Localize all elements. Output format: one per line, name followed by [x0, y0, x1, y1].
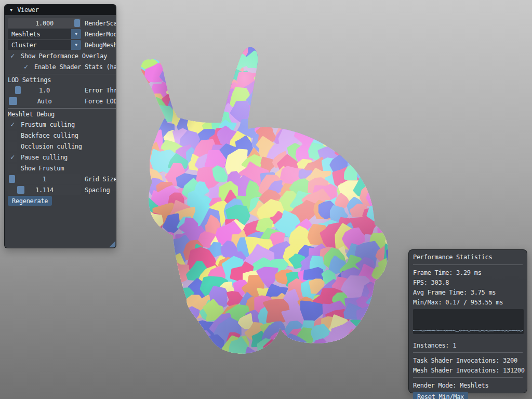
occlusion-culling-checkbox[interactable]: ✓ [8, 142, 17, 151]
frustum-culling-checkbox[interactable]: ✓ [8, 120, 17, 129]
show-frustum-checkbox[interactable]: ✓ [8, 164, 17, 173]
regenerate-button[interactable]: Regenerate [8, 196, 52, 206]
debug-mesh-value: Cluster [11, 42, 36, 49]
enable-shader-stats-row: ✓ Enable Shader Stats (ha [21, 62, 113, 72]
debug-mesh-combo-button[interactable]: ▼ [71, 40, 81, 50]
check-icon: ✓ [10, 52, 15, 59]
show-performance-overlay-checkbox[interactable]: ✓ [8, 51, 17, 61]
frame-time-graph [413, 309, 524, 334]
viewer-window-title: Viewer [17, 6, 39, 14]
backface-culling-label[interactable]: Backface culling [21, 132, 78, 139]
fps-text: FPS: 303.8 [413, 277, 523, 287]
error-threshold-slider[interactable]: 1.0 [8, 85, 81, 95]
render-scale-row: 1.000 RenderSca [8, 18, 113, 28]
force-lod-value: Auto [37, 98, 52, 105]
regenerate-row: Regenerate [8, 196, 113, 206]
enable-shader-stats-checkbox[interactable]: ✓ [21, 62, 31, 72]
error-threshold-value: 1.0 [39, 87, 50, 94]
check-icon: ✓ [24, 63, 28, 70]
enable-shader-stats-label[interactable]: Enable Shader Stats (ha [34, 63, 116, 71]
resize-grip[interactable] [109, 241, 115, 247]
chevron-down-icon: ▼ [75, 43, 77, 47]
task-shader-invocations-text: Task Shader Invocations: 3200 [413, 355, 523, 365]
grid-size-row: 1 Grid Size [8, 174, 113, 184]
error-threshold-row: 1.0 Error Thr [8, 85, 113, 95]
separator [413, 377, 523, 378]
performance-statistics-title: Performance Statistics [413, 254, 523, 262]
pause-culling-label[interactable]: Pause culling [21, 154, 68, 161]
pause-culling-checkbox[interactable]: ✓ [8, 153, 17, 162]
render-mode-label: RenderMod [85, 31, 116, 38]
reset-min-max-button[interactable]: Reset Min/Max [413, 392, 468, 399]
force-lod-slider[interactable]: Auto [8, 96, 81, 106]
viewer-titlebar[interactable]: ▼ Viewer [5, 5, 116, 15]
error-threshold-label: Error Thr [85, 87, 116, 94]
render-mode-value: Meshlets [11, 31, 40, 38]
show-performance-overlay-label[interactable]: Show Performance Overlay [21, 52, 107, 60]
viewer-window: ▼ Viewer 1.000 RenderSca Meshlets ▼ Rend… [4, 4, 116, 248]
frame-time-text: Frame Time: 3.29 ms [413, 268, 523, 277]
pause-culling-row: ✓ Pause culling [8, 152, 113, 162]
debug-mesh-label: DebugMesh [85, 42, 116, 49]
force-lod-row: Auto Force LOD [8, 96, 113, 106]
spacing-label: Spacing [85, 187, 110, 194]
chevron-down-icon: ▼ [75, 32, 77, 36]
separator [8, 74, 116, 74]
render-scale-value: 1.000 [35, 20, 54, 27]
separator [413, 352, 523, 353]
avg-frame-time-text: Avg Frame Time: 3.75 ms [413, 287, 523, 297]
render-mode-row: Meshlets ▼ RenderMod [8, 29, 113, 39]
spacing-value: 1.114 [35, 187, 54, 194]
grid-size-slider[interactable]: 1 [8, 174, 81, 184]
separator [8, 108, 116, 109]
check-icon: ✓ [10, 153, 15, 161]
render-mode-text: Render Mode: Meshlets [413, 380, 523, 390]
mesh-shader-invocations-text: Mesh Shader Invocations: 131200 [413, 365, 523, 375]
backface-culling-row: ✓ Backface culling [8, 130, 113, 140]
grid-size-label: Grid Size [85, 176, 116, 183]
debug-mesh-row: Cluster ▼ DebugMesh [8, 40, 113, 50]
render-mode-combo-button[interactable]: ▼ [71, 29, 81, 39]
min-max-text: Min/Max: 0.17 / 953.55 ms [413, 297, 523, 307]
error-threshold-grab[interactable] [15, 86, 21, 94]
debug-mesh-combo[interactable]: Cluster ▼ [8, 40, 81, 50]
render-scale-input[interactable]: 1.000 [8, 18, 81, 28]
separator [413, 264, 523, 265]
instances-text: Instances: 1 [413, 340, 523, 350]
frustum-culling-label[interactable]: Frustum culling [21, 121, 75, 128]
occlusion-culling-label[interactable]: Occlusion culling [21, 143, 82, 150]
force-lod-grab[interactable] [9, 97, 17, 105]
render-scale-grab[interactable] [74, 19, 80, 27]
performance-statistics-window: Performance Statistics Frame Time: 3.29 … [408, 249, 527, 393]
occlusion-culling-row: ✓ Occlusion culling [8, 141, 113, 151]
render-mode-combo[interactable]: Meshlets ▼ [8, 29, 81, 39]
reset-min-max-row: Reset Min/Max [413, 392, 523, 399]
force-lod-label: Force LOD [85, 98, 116, 105]
grid-size-value: 1 [43, 176, 46, 183]
show-frustum-row: ✓ Show Frustum [8, 163, 113, 173]
frustum-culling-row: ✓ Frustum culling [8, 119, 113, 129]
spacing-slider[interactable]: 1.114 [8, 185, 81, 195]
viewer-window-body: 1.000 RenderSca Meshlets ▼ RenderMod Clu… [5, 15, 116, 206]
collapse-arrow-icon[interactable]: ▼ [10, 8, 12, 12]
show-performance-overlay-row: ✓ Show Performance Overlay [8, 51, 113, 61]
spacing-row: 1.114 Spacing [8, 185, 113, 195]
lod-settings-header: LOD Settings [8, 76, 113, 84]
backface-culling-checkbox[interactable]: ✓ [8, 131, 17, 140]
meshlet-debug-header: Meshlet Debug [8, 111, 113, 118]
grid-size-grab[interactable] [9, 175, 15, 183]
spacing-grab[interactable] [17, 186, 24, 194]
show-frustum-label[interactable]: Show Frustum [21, 165, 64, 172]
check-icon: ✓ [10, 121, 15, 128]
render-scale-label: RenderSca [85, 20, 116, 27]
